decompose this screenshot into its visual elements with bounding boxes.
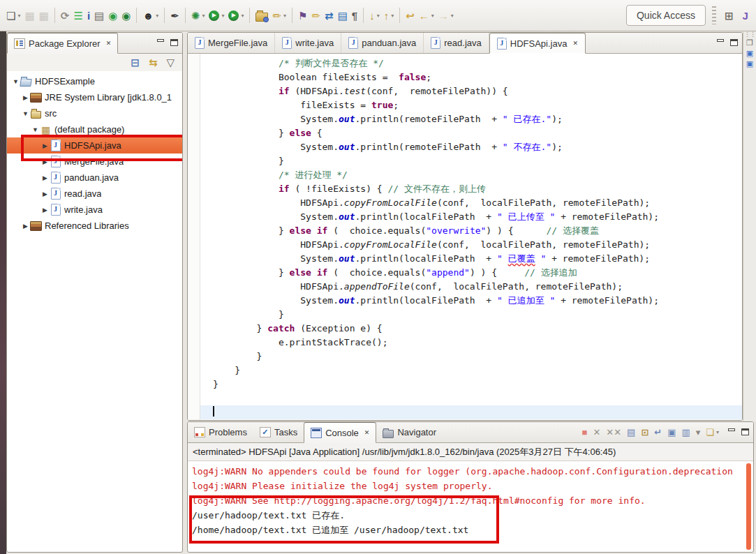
- dropdown-arrow-icon[interactable]: ▾: [283, 13, 286, 19]
- console-output[interactable]: log4j:WARN No appenders could be found f…: [188, 461, 753, 552]
- chevron-down-icon[interactable]: ▼: [11, 78, 20, 85]
- open-type-hierarchy-icon[interactable]: ◉: [119, 6, 133, 24]
- chevron-down-icon[interactable]: ▼: [31, 126, 40, 133]
- pin-console-icon[interactable]: ▣: [665, 424, 678, 442]
- previous-annotation-icon[interactable]: ↑▾: [382, 6, 396, 24]
- dropdown-arrow-icon[interactable]: ▾: [451, 13, 454, 19]
- tree-item-panduan-java[interactable]: ▶Jpanduan.java: [7, 170, 182, 186]
- maximize-view-button[interactable]: [170, 39, 179, 47]
- dropdown-arrow-icon[interactable]: ▾: [377, 13, 380, 19]
- user-icon[interactable]: ☻▾: [140, 6, 161, 24]
- editor-tab-label: write.java: [295, 38, 334, 48]
- new-wizard-icon[interactable]: ❏▾: [4, 6, 22, 24]
- dropdown-arrow-icon[interactable]: ▾: [391, 13, 394, 19]
- show-whitespace-icon[interactable]: ¶: [350, 6, 360, 24]
- dropdown-arrow-icon[interactable]: ▾: [716, 429, 719, 435]
- remove-all-launches-icon[interactable]: ✕✕: [604, 424, 623, 442]
- remove-launch-icon[interactable]: ✕: [591, 424, 602, 442]
- tree-item-read-java[interactable]: ▶Jread.java: [7, 186, 182, 202]
- close-icon[interactable]: ✕: [106, 40, 112, 47]
- editor-tab-panduan-java[interactable]: Jpanduan.java: [341, 33, 424, 53]
- link-with-editor-icon[interactable]: ⇆: [147, 54, 160, 72]
- tree-item-hdfsapi-java[interactable]: ▶JHDFSApi.java: [7, 137, 182, 154]
- chevron-right-icon[interactable]: ▶: [21, 223, 30, 230]
- dropdown-arrow-icon[interactable]: ▾: [17, 13, 20, 19]
- minimize-editor-button[interactable]: [716, 39, 725, 47]
- java-perspective-icon[interactable]: J: [741, 6, 750, 24]
- word-wrap-icon[interactable]: ↵: [652, 424, 664, 442]
- editor-tab-write-java[interactable]: Jwrite.java: [275, 33, 341, 53]
- dropdown-arrow-icon[interactable]: ▾: [241, 13, 244, 19]
- templates-icon[interactable]: ▤: [336, 6, 350, 24]
- next-annotation-icon[interactable]: ↓▾: [367, 6, 382, 24]
- annotation-pencil-icon[interactable]: ✏: [309, 6, 323, 24]
- package-explorer-tree[interactable]: ▼HDFSExample▶JRE System Library [jdk1.8.…: [7, 71, 182, 552]
- forward-icon[interactable]: →▾: [436, 6, 456, 24]
- view-tab-console[interactable]: Console✕: [304, 422, 376, 443]
- open-console-icon[interactable]: ❏▾: [704, 424, 721, 442]
- view-tab-package-explorer[interactable]: Package Explorer ✕: [7, 33, 118, 54]
- search-icon[interactable]: ⚑: [296, 6, 309, 24]
- view-tab-navigator[interactable]: Navigator: [376, 422, 443, 442]
- tree-item-jre-system-library-jdk1-8-0-1[interactable]: ▶JRE System Library [jdk1.8.0_1: [7, 89, 182, 105]
- editor-tab-read-java[interactable]: Jread.java: [424, 33, 489, 53]
- tree-item-src[interactable]: ▼src: [7, 105, 182, 121]
- debug-icon[interactable]: ✺▾: [189, 6, 207, 24]
- declaration-icon[interactable]: ▤: [92, 6, 106, 24]
- back-icon[interactable]: ←▾: [417, 6, 436, 24]
- code-line: fileExists = true;: [200, 98, 742, 112]
- maximize-console-button[interactable]: [741, 428, 750, 436]
- dropdown-arrow-icon[interactable]: ▾: [156, 13, 158, 19]
- code-editor[interactable]: /* 判断文件是否存在 */ Boolean fileExists = fals…: [200, 54, 742, 420]
- breakpoints-icon[interactable]: ☰: [71, 6, 84, 24]
- open-type-icon[interactable]: ◉: [106, 6, 119, 24]
- profile-icon[interactable]: ▶▾: [226, 6, 246, 24]
- chevron-right-icon[interactable]: ▶: [40, 174, 50, 181]
- editor-tab-hdfsapi-java[interactable]: JHDFSApi.java✕: [489, 33, 586, 54]
- close-icon[interactable]: ✕: [364, 429, 370, 436]
- run-icon[interactable]: ▶▾: [207, 6, 226, 24]
- refresh-icon[interactable]: ⟳: [59, 6, 72, 24]
- clear-console-icon[interactable]: ▤: [625, 424, 637, 442]
- minimize-console-button[interactable]: [727, 428, 736, 436]
- code-line: System.out.println(localFilePath + " 已追加…: [200, 294, 742, 308]
- tree-item-label: Referenced Libraries: [45, 220, 129, 231]
- console-scrollbar[interactable]: [746, 463, 751, 550]
- chevron-down-icon[interactable]: ▼: [21, 110, 30, 117]
- link-with-editor-icon[interactable]: ⇄: [323, 6, 336, 24]
- restore-views-icon[interactable]: ❐: [746, 39, 753, 47]
- quick-access-button[interactable]: Quick Access: [626, 5, 706, 26]
- strip-drag-handle[interactable]: ⋮⋮: [744, 33, 755, 36]
- tree-item-hdfsexample[interactable]: ▼HDFSExample: [7, 73, 182, 89]
- chevron-right-icon[interactable]: ▶: [40, 190, 50, 197]
- editor-tab-mergefile-java[interactable]: JMergeFile.java: [188, 33, 275, 53]
- minimized-view-2-icon[interactable]: ▣: [746, 60, 753, 68]
- console-display-dropdown-icon[interactable]: ▾: [694, 424, 703, 442]
- chevron-right-icon[interactable]: ▶: [21, 94, 30, 101]
- terminate-icon[interactable]: ■: [580, 424, 590, 442]
- last-edit-location-icon[interactable]: ↩: [403, 6, 417, 24]
- minimize-view-button[interactable]: [156, 39, 165, 47]
- tree-item-referenced-libraries[interactable]: ▶Referenced Libraries: [7, 218, 182, 234]
- close-icon[interactable]: ✕: [572, 40, 578, 47]
- collapse-all-icon[interactable]: ⊟: [128, 54, 142, 72]
- tree-item-write-java[interactable]: ▶Jwrite.java: [7, 202, 182, 218]
- open-artifact-icon[interactable]: [253, 6, 270, 24]
- toolbar-drag-handle[interactable]: [712, 6, 716, 24]
- editor-annotation-ruler[interactable]: [188, 54, 200, 420]
- view-tab-problems[interactable]: Problems: [188, 422, 253, 442]
- chevron-right-icon[interactable]: ▶: [40, 207, 50, 214]
- view-tab-tasks[interactable]: ✓Tasks: [253, 422, 304, 442]
- quill-icon[interactable]: ✒: [168, 6, 181, 24]
- open-perspective-icon[interactable]: ⊞: [722, 6, 736, 24]
- maximize-editor-button[interactable]: [729, 39, 739, 47]
- dropdown-arrow-icon[interactable]: ▾: [202, 13, 205, 19]
- scroll-lock-icon[interactable]: ⊡: [639, 424, 651, 442]
- show-console-output-icon[interactable]: ▥: [680, 424, 692, 442]
- dropdown-arrow-icon[interactable]: ▾: [431, 13, 434, 19]
- view-menu-icon[interactable]: ▽: [164, 54, 177, 72]
- dropdown-arrow-icon[interactable]: ▾: [221, 13, 224, 19]
- minimized-view-1-icon[interactable]: ▣: [746, 50, 753, 57]
- marker-pen-icon[interactable]: ✏▾: [270, 6, 288, 24]
- javadoc-icon[interactable]: i: [85, 6, 92, 24]
